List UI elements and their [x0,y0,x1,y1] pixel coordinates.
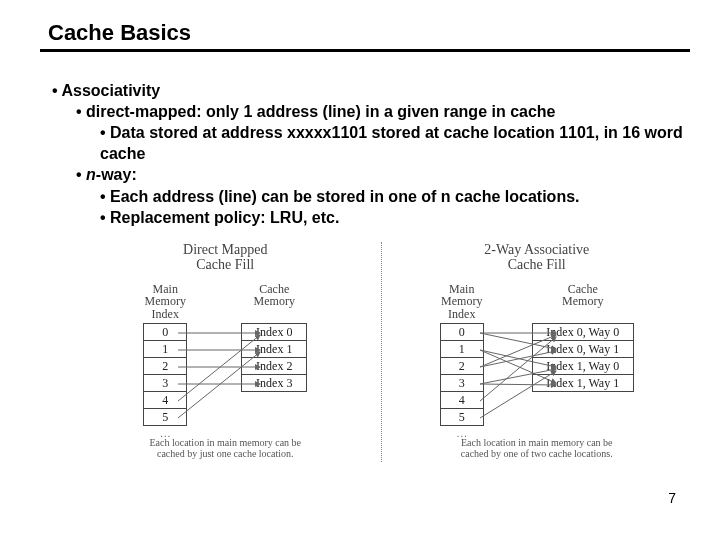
bullet-l2b: n-way: Each address (line) can be stored… [76,164,690,227]
d1-caption: Each location in main memory can becache… [72,437,379,460]
d2-main-row: 1 [440,341,483,358]
d1-main-row: 0 [144,324,187,341]
diagram1-arrows [72,283,392,433]
d1-main-row: 3 [144,375,187,392]
diagram-direct-mapped: Direct MappedCache Fill M [72,242,379,462]
d2-cache-row: Index 1, Way 1 [532,375,633,392]
d1-main-label: MainMemoryIndex [145,283,186,321]
bullet-l1: Associativity direct-mapped: only 1 addr… [52,80,690,228]
diagram-separator [381,242,382,462]
d2-cache-row: Index 0, Way 0 [532,324,633,341]
d2-cache-row: Index 0, Way 1 [532,341,633,358]
ellipsis: … [456,426,467,439]
ellipsis: … [160,426,171,439]
d2-main-label: MainMemoryIndex [441,283,482,321]
diagrams-row: Direct MappedCache Fill M [72,242,690,462]
d2-main-row: 2 [440,358,483,375]
diagram1-title: Direct MappedCache Fill [72,242,379,273]
d2-cache-memory: Index 0, Way 0 Index 0, Way 1 Index 1, W… [532,323,634,392]
d2-cache-label: CacheMemory [562,283,603,321]
page-number: 7 [668,490,676,506]
d2-main-memory: 0 1 2 3 4 5 [440,323,484,426]
d2-cache-row: Index 1, Way 0 [532,358,633,375]
d1-cache-row: Index 1 [242,341,307,358]
d1-cache-row: Index 2 [242,358,307,375]
d1-main-row: 2 [144,358,187,375]
page-title: Cache Basics [40,20,690,52]
bullet-l3b: Each address (line) can be stored in one… [100,186,690,207]
diagram2-title: 2-Way AssociativeCache Fill [384,242,691,273]
d2-main-row: 5 [440,409,483,426]
diagram-2way: 2-Way AssociativeCache Fill [384,242,691,462]
d2-caption: Each location in main memory can becache… [384,437,691,460]
bullet-l2a: direct-mapped: only 1 address (line) in … [76,101,690,164]
d1-cache-row: Index 0 [242,324,307,341]
d1-cache-row: Index 3 [242,375,307,392]
d1-main-row: 1 [144,341,187,358]
bullet-list: Associativity direct-mapped: only 1 addr… [52,80,690,228]
d1-cache-label: CacheMemory [254,283,295,321]
slide: Cache Basics Associativity direct-mapped… [0,0,720,462]
d2-main-row: 0 [440,324,483,341]
d1-main-row: 4 [144,392,187,409]
d1-main-row: 5 [144,409,187,426]
d1-cache-memory: Index 0 Index 1 Index 2 Index 3 [241,323,307,392]
bullet-l3c: Replacement policy: LRU, etc. [100,207,690,228]
d1-main-memory: 0 1 2 3 4 5 [143,323,187,426]
d2-main-row: 3 [440,375,483,392]
d2-main-row: 4 [440,392,483,409]
bullet-l3a: Data stored at address xxxxx1101 stored … [100,122,690,164]
